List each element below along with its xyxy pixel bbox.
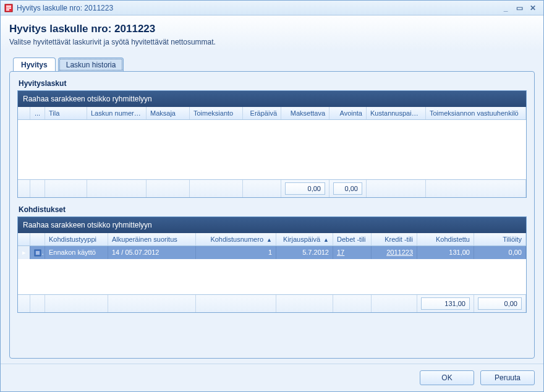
cell-kohdistettu: 131,00 bbox=[417, 246, 474, 259]
sort-asc-icon: ▲ bbox=[266, 237, 272, 243]
row-indicator-icon: ▸ bbox=[18, 246, 30, 259]
grid2-col-kredit[interactable]: Kredit -tili bbox=[372, 233, 417, 245]
svg-rect-2 bbox=[6, 7, 11, 9]
minimize-button[interactable]: _ bbox=[499, 4, 512, 12]
table-row[interactable]: ▸ Ennakon käyttö 14 / 05.07.2012 1 5.7.2… bbox=[18, 246, 526, 259]
grid1-col-vastuuhenkilo[interactable]: Toimeksiannon vastuuhenkilö bbox=[426, 107, 526, 119]
window-title: Hyvitys laskulle nro: 2011223 bbox=[17, 4, 113, 12]
grid1-col-maksettava[interactable]: Maksettava bbox=[281, 107, 329, 119]
close-button[interactable]: ✕ bbox=[526, 4, 540, 12]
grid1-col-avointa[interactable]: Avointa bbox=[329, 107, 367, 119]
ok-button[interactable]: OK bbox=[420, 370, 474, 385]
maximize-button[interactable]: ▭ bbox=[512, 4, 526, 12]
cell-kohdistusnumero: 1 bbox=[196, 246, 276, 259]
grid2-col-kirjauspaiva-label: Kirjauspäivä bbox=[283, 236, 320, 243]
debet-link[interactable]: 17 bbox=[337, 249, 344, 256]
cell-alkuperainen: 14 / 05.07.2012 bbox=[108, 246, 196, 259]
sort-asc-icon-2: ▲ bbox=[323, 237, 329, 243]
grid1-col-erapaiva[interactable]: Eräpäivä bbox=[243, 107, 281, 119]
kredit-link[interactable]: 2011223 bbox=[386, 249, 413, 256]
grid1-col-toimeksianto[interactable]: Toimeksianto bbox=[190, 107, 243, 119]
grid2-groupbar[interactable]: Raahaa sarakkeen otsikko ryhmittelyyn bbox=[18, 217, 526, 233]
document-icon bbox=[30, 246, 45, 259]
grid-hyvityslaskut: Raahaa sarakkeen otsikko ryhmittelyyn ..… bbox=[17, 90, 527, 198]
dialog-window: Hyvitys laskulle nro: 2011223 _ ▭ ✕ Hyvi… bbox=[0, 0, 544, 392]
grid2-rows: ▸ Ennakon käyttö 14 / 05.07.2012 1 5.7.2… bbox=[18, 246, 526, 294]
dialog-footer: OK Peruuta bbox=[1, 364, 543, 391]
grid1-title: Hyvityslaskut bbox=[19, 79, 527, 88]
grid2-col-icon[interactable] bbox=[30, 233, 45, 245]
grid1-sum-avointa: 0,00 bbox=[333, 182, 362, 195]
tabstrip: Hyvitys Laskun historia bbox=[9, 58, 535, 72]
dialog-header: Hyvitys laskulle nro: 2011223 Valitse hy… bbox=[1, 15, 543, 50]
cell-tilioity: 0,00 bbox=[474, 246, 526, 259]
grid2-sum-tilioity: 0,00 bbox=[478, 297, 522, 310]
grid2-col-tilioity[interactable]: Tiliöity bbox=[474, 233, 526, 245]
tab-laskun-historia[interactable]: Laskun historia bbox=[58, 58, 124, 72]
grid1-col-tila[interactable]: Tila bbox=[45, 107, 87, 119]
titlebar: Hyvitys laskulle nro: 2011223 _ ▭ ✕ bbox=[1, 1, 543, 15]
grid-kohdistukset: Raahaa sarakkeen otsikko ryhmittelyyn Ko… bbox=[17, 216, 527, 313]
dialog-body: Hyvitys Laskun historia Hyvityslaskut Ra… bbox=[1, 50, 543, 364]
svg-rect-3 bbox=[6, 9, 9, 11]
cell-kredit: 2011223 bbox=[372, 246, 417, 259]
grid2-col-kirjauspaiva[interactable]: Kirjauspäivä ▲ bbox=[276, 233, 333, 245]
grid2-col-kohdistusnumero[interactable]: Kohdistusnumero ▲ bbox=[196, 233, 276, 245]
grid2-col-kohdistettu[interactable]: Kohdistettu bbox=[417, 233, 474, 245]
page-title: Hyvitys laskulle nro: 2011223 bbox=[9, 23, 535, 35]
grid1-col-laskun-numero-label: Laskun numero bbox=[91, 109, 141, 117]
grid2-col-debet[interactable]: Debet -tili bbox=[333, 233, 372, 245]
app-icon bbox=[4, 4, 13, 12]
grid1-rows bbox=[18, 120, 526, 179]
sort-desc-icon: ▼ bbox=[141, 111, 147, 117]
svg-rect-1 bbox=[6, 6, 11, 7]
grid2-col-kohdistustyyppi[interactable]: Kohdistustyyppi bbox=[45, 233, 108, 245]
grid1-col-expander[interactable]: ... bbox=[30, 107, 45, 119]
grid1-headers: ... Tila Laskun numero ▼ Maksaja Toimeks… bbox=[18, 107, 526, 120]
grid1-col-maksaja[interactable]: Maksaja bbox=[147, 107, 190, 119]
tab-hyvitys[interactable]: Hyvitys bbox=[13, 58, 56, 72]
grid2-title: Kohdistukset bbox=[19, 205, 527, 214]
grid1-sum-maksettava: 0,00 bbox=[285, 182, 325, 195]
grid1-col-rowselector[interactable] bbox=[18, 107, 30, 119]
grid1-col-kustannuspaikka[interactable]: Kustannuspaikka bbox=[367, 107, 426, 119]
grid2-col-alkuperainen[interactable]: Alkuperäinen suoritus bbox=[108, 233, 196, 245]
cell-debet: 17 bbox=[333, 246, 372, 259]
page-subtitle: Valitse hyvitettävät laskurivit ja syötä… bbox=[9, 38, 535, 46]
tab-panel: Hyvityslaskut Raahaa sarakkeen otsikko r… bbox=[9, 71, 535, 359]
grid1-col-laskun-numero[interactable]: Laskun numero ▼ bbox=[87, 107, 147, 119]
grid2-headers: Kohdistustyyppi Alkuperäinen suoritus Ko… bbox=[18, 233, 526, 246]
grid1-sumrow: 0,00 0,00 bbox=[18, 179, 526, 197]
grid2-sum-kohdistettu: 131,00 bbox=[421, 297, 470, 310]
grid2-col-kohdistusnumero-label: Kohdistusnumero bbox=[210, 236, 263, 243]
grid1-groupbar[interactable]: Raahaa sarakkeen otsikko ryhmittelyyn bbox=[18, 91, 526, 107]
cell-kohdistustyyppi: Ennakon käyttö bbox=[45, 246, 108, 259]
grid2-col-rowselector[interactable] bbox=[18, 233, 30, 245]
cancel-button[interactable]: Peruuta bbox=[480, 370, 535, 385]
cell-kirjauspaiva: 5.7.2012 bbox=[276, 246, 333, 259]
grid2-sumrow: 131,00 0,00 bbox=[18, 294, 526, 312]
